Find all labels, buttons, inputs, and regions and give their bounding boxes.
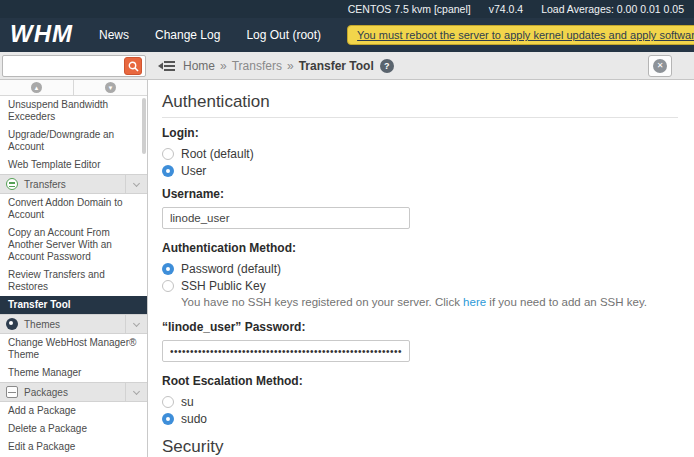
scroll-down-button[interactable]: ▼ [74, 80, 147, 95]
sidebar-item-theme-manager[interactable]: Theme Manager [0, 364, 147, 382]
sidebar: ▲ ▼ Unsuspend Bandwidth Exceeders Upgrad… [0, 80, 148, 457]
sidebar-scrollbar[interactable] [142, 98, 146, 154]
transfers-icon [6, 178, 18, 190]
whm-app: CENTOS 7.5 kvm [cpanel] v74.0.4 Load Ave… [0, 0, 694, 457]
sidebar-item-review-transfers-restores[interactable]: Review Transfers and Restores [0, 266, 147, 296]
sidebar-item-transfer-tool[interactable]: Transfer Tool [0, 296, 147, 314]
radio-root[interactable] [162, 148, 174, 160]
scroll-up-button[interactable]: ▲ [0, 80, 74, 95]
breadcrumb-home[interactable]: Home [183, 59, 215, 73]
username-input[interactable] [162, 207, 410, 229]
login-option-user: User [162, 163, 678, 179]
sidebar-item-unsuspend-bandwidth-exceeders[interactable]: Unsuspend Bandwidth Exceeders [0, 96, 147, 126]
system-info: CENTOS 7.5 kvm [cpanel] [348, 3, 471, 15]
system-status-bar: CENTOS 7.5 kvm [cpanel] v74.0.4 Load Ave… [0, 0, 694, 18]
breadcrumb-separator: » [220, 59, 227, 73]
radio-user-label[interactable]: User [181, 164, 206, 178]
sidebar-item-edit-a-package[interactable]: Edit a Package [0, 438, 147, 456]
escalation-option-sudo: sudo [162, 411, 678, 427]
chevron-down-icon[interactable] [125, 315, 147, 333]
search-zone [0, 52, 148, 79]
breadcrumb-separator: » [287, 59, 294, 73]
radio-password-label[interactable]: Password (default) [181, 262, 281, 276]
sidebar-section-label: Transfers [24, 179, 66, 190]
nav-news[interactable]: News [99, 28, 129, 42]
toolbar: Home » Transfers » Transfer Tool ? ✕ [0, 52, 694, 80]
sidebar-item-upgrade-downgrade-account[interactable]: Upgrade/Downgrade an Account [0, 126, 147, 156]
radio-user[interactable] [162, 165, 174, 177]
help-icon[interactable]: ? [380, 59, 394, 73]
radio-su-label[interactable]: su [181, 395, 194, 409]
collapse-sidebar-icon[interactable] [158, 60, 175, 72]
scroll-down-icon: ▼ [105, 82, 116, 93]
password-input[interactable] [162, 340, 410, 362]
whm-version: v74.0.4 [489, 3, 523, 15]
radio-ssh-key-label[interactable]: SSH Public Key [181, 279, 266, 293]
login-label: Login: [162, 126, 678, 140]
sidebar-section-label: Packages [24, 387, 68, 398]
radio-su[interactable] [162, 396, 174, 408]
ssh-key-note: You have no SSH keys registered on your … [181, 295, 678, 310]
auth-method-label: Authentication Method: [162, 241, 678, 255]
root-escalation-label: Root Escalation Method: [162, 374, 678, 388]
breadcrumb-transfer-tool: Transfer Tool [299, 59, 374, 73]
username-label: Username: [162, 187, 678, 201]
radio-root-label[interactable]: Root (default) [181, 147, 254, 161]
sidebar-section-themes[interactable]: Themes [0, 314, 147, 334]
sidebar-scroll-buttons: ▲ ▼ [0, 80, 147, 96]
sidebar-item-delete-a-package[interactable]: Delete a Package [0, 420, 147, 438]
auth-method-ssh-key: SSH Public Key [162, 278, 678, 294]
header: WHM News Change Log Log Out (root) You m… [0, 18, 694, 52]
nav-log-out[interactable]: Log Out (root) [246, 28, 321, 42]
search-icon [128, 61, 139, 72]
sidebar-section-transfers[interactable]: Transfers [0, 174, 147, 194]
load-averages: Load Averages: 0.00 0.01 0.05 [541, 3, 684, 15]
themes-icon [6, 318, 18, 330]
reboot-alert-link[interactable]: You must reboot the server to apply kern… [347, 25, 694, 45]
search-button[interactable] [124, 57, 142, 75]
ssh-note-text: You have no SSH keys registered on your … [181, 296, 463, 308]
breadcrumb-transfers[interactable]: Transfers [232, 59, 282, 73]
sidebar-section-label: Themes [24, 319, 60, 330]
close-icon: ✕ [653, 59, 667, 73]
security-heading: Security [162, 437, 678, 457]
scroll-up-icon: ▲ [31, 82, 42, 93]
sidebar-section-packages[interactable]: Packages [0, 382, 147, 402]
sidebar-item-copy-account-from-server[interactable]: Copy an Account From Another Server With… [0, 224, 147, 266]
radio-sudo-label[interactable]: sudo [181, 412, 207, 426]
chevron-down-icon[interactable] [125, 383, 147, 401]
radio-ssh-key[interactable] [162, 280, 174, 292]
ssh-note-text: if you need to add an SSH key. [486, 296, 647, 308]
authentication-heading: Authentication [162, 92, 678, 118]
main-content: Authentication Login: Root (default) Use… [148, 80, 694, 457]
packages-icon [6, 386, 18, 398]
auth-method-password: Password (default) [162, 261, 678, 277]
radio-sudo[interactable] [162, 413, 174, 425]
password-label: “linode_user” Password: [162, 320, 678, 334]
sidebar-item-convert-addon-domain[interactable]: Convert Addon Domain to Account [0, 194, 147, 224]
radio-password[interactable] [162, 263, 174, 275]
whm-logo[interactable]: WHM [10, 20, 73, 48]
chevron-down-icon[interactable] [125, 175, 147, 193]
login-option-root: Root (default) [162, 146, 678, 162]
ssh-key-here-link[interactable]: here [463, 296, 486, 308]
breadcrumb: Home » Transfers » Transfer Tool [183, 59, 374, 73]
sidebar-item-change-whm-theme[interactable]: Change WebHost Manager® Theme [0, 334, 147, 364]
close-button[interactable]: ✕ [648, 55, 672, 77]
sidebar-item-web-template-editor[interactable]: Web Template Editor [0, 156, 147, 174]
sidebar-item-add-a-package[interactable]: Add a Package [0, 402, 147, 420]
escalation-option-su: su [162, 394, 678, 410]
nav-change-log[interactable]: Change Log [155, 28, 220, 42]
